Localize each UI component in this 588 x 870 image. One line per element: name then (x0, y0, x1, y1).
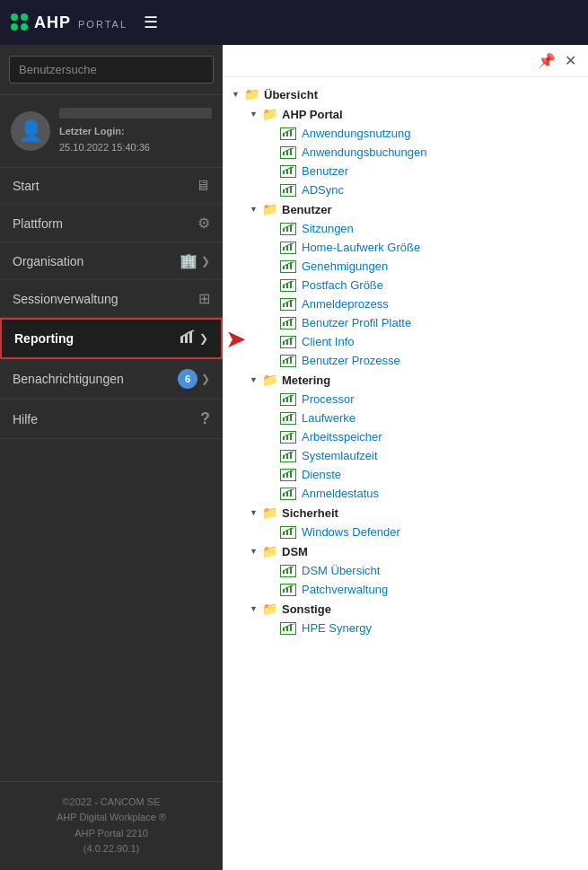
tree-item[interactable]: ▼📁AHP Portal (232, 104, 579, 124)
tree-item[interactable]: Arbeitsspeicher (232, 427, 579, 446)
tree-item[interactable]: ▼📁DSM (232, 541, 579, 561)
report-icon (280, 488, 296, 500)
tree-toggle-icon: ▼ (250, 604, 260, 613)
footer-line4: AHP Portal 2210 (11, 826, 212, 842)
report-icon (280, 127, 296, 140)
tree-item[interactable]: Anmeldeprozess (232, 294, 579, 313)
search-input[interactable] (9, 56, 214, 83)
user-info: Letzter Login: 25.10.2022 15:40:36 (59, 108, 212, 154)
tree-folder-label: Sonstige (282, 602, 331, 616)
tree-folder-label: Benutzer (282, 203, 332, 216)
tree-item[interactable]: ▼📁Übersicht (232, 84, 579, 104)
tree-folder-label: Übersicht (264, 88, 318, 101)
tree-report-label: Systemlaufzeit (302, 449, 378, 462)
tree-item[interactable]: ADSync (232, 180, 579, 199)
logo-dot-2 (21, 13, 28, 21)
report-icon (280, 317, 296, 330)
search-area (0, 45, 223, 95)
sidebar-item-sessionverwaltung[interactable]: Sessionverwaltung ⊞ (0, 280, 223, 318)
tree-item[interactable]: ▼📁Metering (232, 370, 579, 390)
report-icon (280, 146, 296, 159)
tree-report-label: Genehmigungen (302, 259, 388, 273)
tree-item[interactable]: Sitzungen (232, 219, 579, 238)
logo-text: AHP (34, 13, 71, 32)
tree-item[interactable]: Windows Defender (232, 523, 579, 541)
report-icon (280, 184, 296, 197)
app-header: AHP PORTAL ☰ (0, 0, 588, 45)
tree-item[interactable]: Anmeldestatus (232, 484, 579, 503)
tree-report-label: Benutzer (302, 164, 348, 178)
tree-item[interactable]: Patchverwaltung (232, 580, 579, 599)
tree-report-label: Dienste (302, 468, 341, 481)
monitor-icon: 🖥 (196, 178, 210, 194)
report-icon (280, 355, 296, 367)
folder-icon: 📁 (262, 373, 277, 387)
tree-folder-label: Sicherheit (282, 506, 338, 520)
tree-report-label: Anmeldestatus (302, 487, 379, 500)
report-icon (280, 165, 296, 178)
chevron-right-icon-reporting: ❯ (199, 332, 208, 345)
sidebar-footer: ©2022 - CANCOM SE AHP Digital Workplace … (0, 781, 223, 870)
sidebar-item-reporting[interactable]: Reporting ❯ ➤ (0, 318, 223, 359)
close-button[interactable]: ✕ (560, 50, 581, 71)
sidebar-item-organisation[interactable]: Organisation 🏢 ❯ (0, 242, 223, 280)
svg-rect-2 (189, 331, 192, 343)
tree-report-label: HPE Synergy (302, 621, 372, 635)
folder-icon: 📁 (262, 107, 277, 121)
tree-item[interactable]: Dienste (232, 465, 579, 484)
report-icon (280, 336, 296, 348)
sidebar-item-hilfe[interactable]: Hilfe ? (0, 400, 223, 439)
folder-icon: 📁 (262, 544, 277, 558)
tree-item[interactable]: Postfach Größe (232, 276, 579, 294)
tree-item[interactable]: Laufwerke (232, 409, 579, 427)
tree-folder-label: Metering (282, 373, 330, 387)
tree-report-label: Arbeitsspeicher (302, 430, 382, 444)
tree-item[interactable]: Anwendungsnutzung (232, 124, 579, 143)
tree-item[interactable]: ▼📁Benutzer (232, 199, 579, 219)
grid-icon: ⊞ (198, 290, 210, 307)
tree-item[interactable]: DSM Übersicht (232, 561, 579, 580)
report-icon (280, 431, 296, 444)
tree-item[interactable]: Home-Laufwerk Größe (232, 238, 579, 257)
hamburger-button[interactable]: ☰ (144, 13, 158, 32)
panel-header: 📌 ✕ (223, 45, 588, 77)
login-label: Letzter Login: 25.10.2022 15:40:36 (59, 122, 212, 154)
tree-report-label: Anwendungsnutzung (302, 127, 410, 140)
sidebar-item-benachrichtigungen[interactable]: Benachrichtigungen 6 ❯ (0, 359, 223, 400)
chevron-right-icon-notif: ❯ (201, 373, 210, 385)
tree-item[interactable]: Anwendungsbuchungen (232, 143, 579, 162)
tree-report-label: DSM Übersicht (302, 564, 380, 577)
avatar: 👤 (11, 111, 50, 151)
footer-line5: (4.0.22.90.1) (11, 841, 212, 857)
pin-button[interactable]: 📌 (533, 50, 560, 71)
tree-item[interactable]: Systemlaufzeit (232, 446, 579, 465)
tree-toggle-icon: ▼ (250, 110, 260, 119)
logo-dot-4 (21, 23, 28, 31)
report-icon (280, 223, 296, 235)
report-icon (280, 584, 296, 596)
tree-item[interactable]: Benutzer Prozesse (232, 351, 579, 370)
report-icon (280, 298, 296, 311)
tree-item[interactable]: ▼📁Sicherheit (232, 503, 579, 523)
logo-dot-3 (11, 23, 18, 31)
tree-item[interactable]: Genehmigungen (232, 257, 579, 276)
tree-item[interactable]: Benutzer (232, 162, 579, 180)
tree-report-label: Sitzungen (302, 222, 354, 235)
tree-item[interactable]: Benutzer Profil Platte (232, 313, 579, 332)
report-icon (280, 450, 296, 462)
tree-report-label: Home-Laufwerk Größe (302, 241, 420, 254)
sidebar-item-plattform[interactable]: Plattform ⚙ (0, 205, 223, 242)
tree-toggle-icon: ▼ (250, 508, 260, 517)
logo-dots (11, 13, 29, 31)
chart-icon (180, 330, 196, 347)
tree-item[interactable]: ▼📁Sonstige (232, 599, 579, 619)
user-icon: 👤 (19, 119, 43, 143)
report-icon (280, 242, 296, 254)
sidebar-item-start[interactable]: Start 🖥 (0, 168, 223, 205)
tree-item[interactable]: HPE Synergy (232, 619, 579, 637)
tree-report-label: Benutzer Profil Platte (302, 316, 411, 330)
tree-item[interactable]: Client Info (232, 332, 579, 351)
folder-icon: 📁 (244, 87, 259, 101)
tree-container: ▼📁Übersicht▼📁AHP PortalAnwendungsnutzung… (223, 77, 588, 645)
tree-item[interactable]: Processor (232, 390, 579, 409)
